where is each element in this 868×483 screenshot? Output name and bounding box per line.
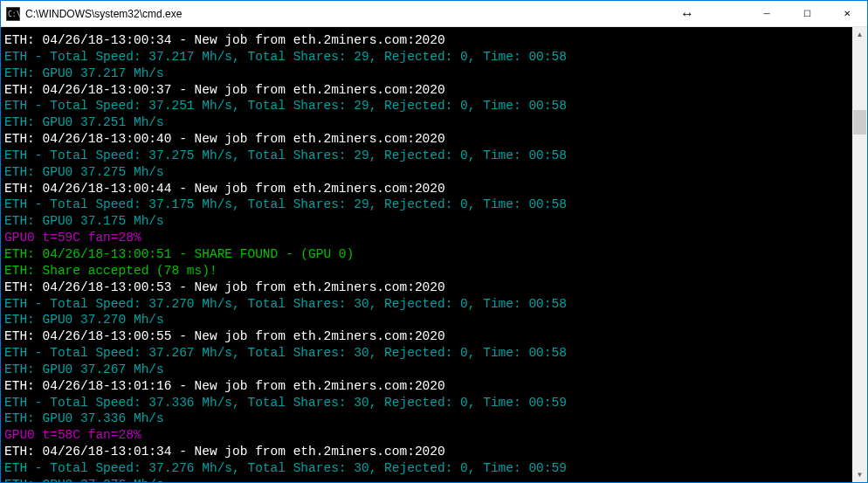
console-line: ETH: 04/26/18-13:00:55 - New job from et… (4, 328, 849, 345)
console-line: GPU0 t=58C fan=28% (4, 427, 849, 444)
console-line: ETH: GPU0 37.217 Mh/s (4, 66, 849, 82)
console-line: ETH: 04/26/18-13:00:51 - SHARE FOUND - (… (4, 246, 849, 263)
console-line: ETH - Total Speed: 37.276 Mh/s, Total Sh… (4, 460, 849, 477)
console-line: ETH: 04/26/18-13:00:40 - New job from et… (4, 131, 849, 148)
console-line: ETH - Total Speed: 37.267 Mh/s, Total Sh… (4, 345, 849, 362)
minimize-button[interactable]: ─ (747, 1, 787, 27)
console-line: ETH: GPU0 37.251 Mh/s (4, 114, 849, 131)
minimize-icon: ─ (763, 9, 769, 18)
scroll-down-button[interactable]: ▼ (852, 467, 867, 482)
cmd-icon: C:\ (6, 7, 20, 21)
console-line: ETH - Total Speed: 37.251 Mh/s, Total Sh… (4, 98, 849, 114)
chevron-up-icon: ▲ (857, 31, 864, 38)
close-icon: ✕ (844, 9, 851, 18)
console-line: ETH: 04/26/18-13:00:34 - New job from et… (4, 32, 849, 49)
console-line: ETH: GPU0 37.336 Mh/s (4, 411, 849, 427)
console-line: ETH: 04/26/18-13:00:53 - New job from et… (4, 279, 849, 296)
console-line: ETH: 04/26/18-13:00:44 - New job from et… (4, 181, 849, 197)
scroll-up-button[interactable]: ▲ (852, 27, 867, 42)
console-line: GPU0 t=59C fan=28% (4, 230, 849, 246)
window-controls: ─ ☐ ✕ (747, 1, 867, 27)
console-line: ETH - Total Speed: 37.270 Mh/s, Total Sh… (4, 296, 849, 313)
scrollbar[interactable]: ▲ ▼ (852, 27, 867, 482)
console-line: ETH: 04/26/18-13:01:16 - New job from et… (4, 378, 849, 395)
console-output[interactable]: ETH: 04/26/18-13:00:34 - New job from et… (1, 27, 852, 482)
console-line: ETH - Total Speed: 37.217 Mh/s, Total Sh… (4, 49, 849, 66)
console-line: ETH - Total Speed: 37.336 Mh/s, Total Sh… (4, 395, 849, 411)
console-line: ETH: GPU0 37.270 Mh/s (4, 312, 849, 328)
svg-text:C:\: C:\ (8, 10, 20, 18)
console-wrap: ETH: 04/26/18-13:00:34 - New job from et… (1, 27, 867, 482)
console-line: ETH - Total Speed: 37.275 Mh/s, Total Sh… (4, 148, 849, 164)
console-line: ETH: Share accepted (78 ms)! (4, 263, 849, 279)
console-line: ETH: 04/26/18-13:00:37 - New job from et… (4, 82, 849, 99)
console-line: ETH: GPU0 37.275 Mh/s (4, 164, 849, 181)
chevron-down-icon: ▼ (857, 471, 864, 479)
console-line: ETH - Total Speed: 37.175 Mh/s, Total Sh… (4, 197, 849, 213)
window-title: C:\WINDOWS\system32\cmd.exe (25, 8, 680, 20)
console-line: ETH: GPU0 37.276 Mh/s (4, 477, 849, 482)
scrollbar-thumb[interactable] (853, 110, 866, 135)
close-button[interactable]: ✕ (827, 1, 867, 27)
maximize-icon: ☐ (803, 9, 811, 18)
maximize-button[interactable]: ☐ (787, 1, 827, 27)
move-icon: ↔ (680, 6, 747, 22)
console-line: ETH: GPU0 37.267 Mh/s (4, 362, 849, 378)
title-bar[interactable]: C:\ C:\WINDOWS\system32\cmd.exe ↔ ─ ☐ ✕ (1, 1, 867, 27)
console-line: ETH: GPU0 37.175 Mh/s (4, 213, 849, 230)
console-line: ETH: 04/26/18-13:01:34 - New job from et… (4, 444, 849, 460)
